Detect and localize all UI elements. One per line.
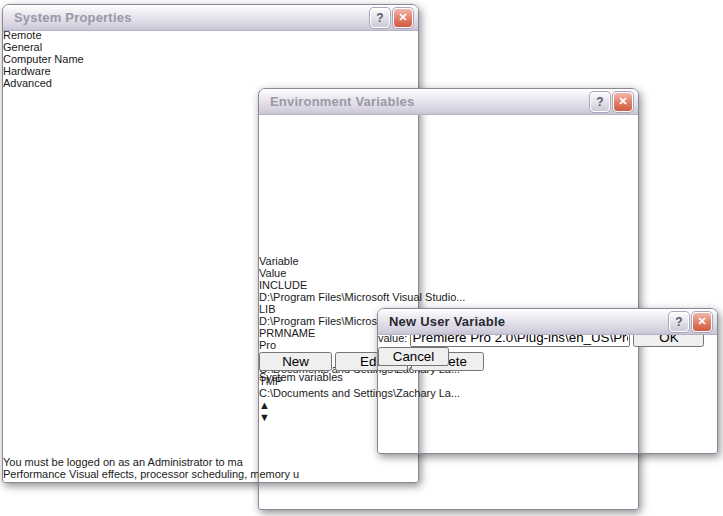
performance-group-label: Performance xyxy=(3,468,66,480)
environment-variables-titlebar[interactable]: Environment Variables ? ✕ xyxy=(259,89,638,115)
system-variables-group-label: System variables xyxy=(259,371,343,383)
column-header-value[interactable]: Value xyxy=(259,267,603,279)
close-icon: ✕ xyxy=(697,315,706,328)
list-header: Variable Value xyxy=(259,255,603,279)
scroll-down-icon: ▼ xyxy=(259,411,270,423)
new-user-variable-titlebar[interactable]: New User Variable ? ✕ xyxy=(378,309,717,335)
help-icon: ? xyxy=(596,95,603,109)
window-title: System Properties xyxy=(14,10,367,25)
new-user-variable-window: New User Variable ? ✕ Variable name: Var… xyxy=(377,308,718,454)
tab-hardware[interactable]: Hardware xyxy=(3,65,98,77)
new-button[interactable]: New xyxy=(259,352,332,371)
scroll-up-icon: ▲ xyxy=(259,399,270,411)
cancel-button[interactable]: Cancel xyxy=(378,347,449,366)
help-icon: ? xyxy=(675,315,682,329)
help-button[interactable]: ? xyxy=(669,312,689,332)
window-title: New User Variable xyxy=(389,314,666,329)
help-button[interactable]: ? xyxy=(370,8,390,28)
column-header-variable[interactable]: Variable xyxy=(259,255,603,267)
close-icon: ✕ xyxy=(398,11,407,24)
close-button[interactable]: ✕ xyxy=(692,312,712,332)
help-button[interactable]: ? xyxy=(590,92,610,112)
tab-advanced[interactable]: Advanced xyxy=(3,77,93,89)
close-icon: ✕ xyxy=(618,95,627,108)
tab-general[interactable]: General xyxy=(3,41,87,53)
close-button[interactable]: ✕ xyxy=(393,8,413,28)
cell-value: D:\Program Files\Microsoft Visual Studio… xyxy=(259,291,603,303)
tab-computer-name[interactable]: Computer Name xyxy=(3,53,122,65)
help-icon: ? xyxy=(376,11,383,25)
close-button[interactable]: ✕ xyxy=(613,92,633,112)
window-title: Environment Variables xyxy=(270,94,587,109)
system-properties-titlebar[interactable]: System Properties ? ✕ xyxy=(3,5,418,31)
table-row[interactable]: INCLUDE D:\Program Files\Microsoft Visua… xyxy=(259,279,603,303)
cell-variable: INCLUDE xyxy=(259,279,603,291)
